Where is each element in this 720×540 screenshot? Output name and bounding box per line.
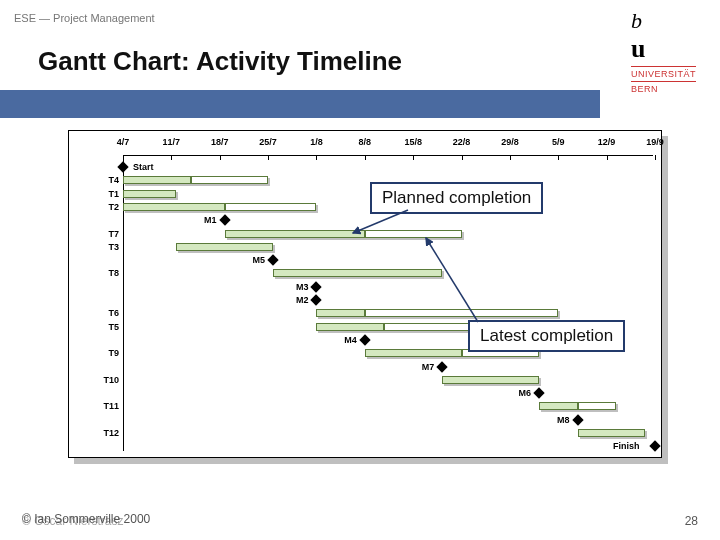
tick-label: 1/8 [310, 137, 323, 147]
task-label: T1 [73, 189, 119, 199]
tick-label: 8/8 [359, 137, 372, 147]
tick-label: 15/8 [404, 137, 422, 147]
bar-plan [316, 323, 384, 331]
finish-label: Finish [613, 441, 640, 451]
bar-plan [316, 309, 364, 317]
bar-plan [365, 349, 462, 357]
bar-slack [365, 309, 558, 317]
milestone-diamond-icon [311, 294, 322, 305]
tick-mark [171, 155, 172, 160]
finish-diamond-icon [649, 441, 660, 452]
milestone-label: M2 [280, 295, 308, 305]
gantt-chart: 4/711/718/725/71/88/815/822/829/85/912/9… [68, 130, 662, 458]
bar-plan [578, 429, 646, 437]
milestone-diamond-icon [359, 334, 370, 345]
task-label: T8 [73, 268, 119, 278]
tick-mark [316, 155, 317, 160]
tick-mark [123, 155, 124, 160]
tick-label: 12/9 [598, 137, 616, 147]
callout-planned: Planned completion [370, 182, 543, 214]
bar-slack [191, 176, 268, 184]
tick-mark [220, 155, 221, 160]
bar-plan [123, 190, 176, 198]
bar-slack [365, 230, 462, 238]
task-label: T7 [73, 229, 119, 239]
tick-label: 19/9 [646, 137, 664, 147]
task-label: T4 [73, 175, 119, 185]
task-label: T9 [73, 348, 119, 358]
chart-surface: 4/711/718/725/71/88/815/822/829/85/912/9… [68, 130, 662, 458]
milestone-label: M7 [406, 362, 434, 372]
tick-label: 5/9 [552, 137, 565, 147]
footer-credit: © Ian Sommerville 2000 © Oscar Nierstras… [22, 512, 150, 528]
tick-label: 4/7 [117, 137, 130, 147]
bar-plan [225, 230, 365, 238]
milestone-diamond-icon [572, 414, 583, 425]
accent-band [0, 90, 600, 118]
milestone-diamond-icon [267, 254, 278, 265]
tick-mark [607, 155, 608, 160]
bar-plan [273, 269, 442, 277]
task-label: T10 [73, 375, 119, 385]
bar-plan [123, 176, 191, 184]
axis-y [123, 155, 124, 451]
task-label: T3 [73, 242, 119, 252]
tick-mark [268, 155, 269, 160]
tick-label: 22/8 [453, 137, 471, 147]
bar-plan [442, 376, 539, 384]
tick-mark [413, 155, 414, 160]
milestone-diamond-icon [311, 281, 322, 292]
tick-label: 11/7 [163, 137, 181, 147]
tick-label: 25/7 [259, 137, 277, 147]
milestone-diamond-icon [533, 387, 544, 398]
tick-mark [558, 155, 559, 160]
callout-latest: Latest completion [468, 320, 625, 352]
start-label: Start [133, 162, 154, 172]
axis-x [123, 155, 653, 156]
task-label: T11 [73, 401, 119, 411]
bar-slack [225, 203, 317, 211]
task-label: T12 [73, 428, 119, 438]
task-label: T2 [73, 202, 119, 212]
bar-plan [539, 402, 578, 410]
page-title: Gantt Chart: Activity Timeline [38, 46, 402, 77]
university-logo: b u UNIVERSITÄT BERN [631, 8, 696, 94]
tick-label: 29/8 [501, 137, 519, 147]
milestone-label: M5 [237, 255, 265, 265]
milestone-label: M6 [503, 388, 531, 398]
bar-plan [123, 203, 225, 211]
milestone-label: M8 [542, 415, 570, 425]
task-label: T6 [73, 308, 119, 318]
page-number: 28 [685, 514, 698, 528]
breadcrumb: ESE — Project Management [14, 12, 155, 24]
tick-mark [510, 155, 511, 160]
milestone-label: M1 [189, 215, 217, 225]
milestone-label: M3 [280, 282, 308, 292]
milestone-label: M4 [329, 335, 357, 345]
bar-plan [176, 243, 273, 251]
chart-stage: 4/711/718/725/71/88/815/822/829/85/912/9… [68, 130, 668, 490]
bar-slack [578, 402, 617, 410]
milestone-diamond-icon [219, 215, 230, 226]
milestone-diamond-icon [437, 361, 448, 372]
tick-mark [655, 155, 656, 160]
tick-label: 18/7 [211, 137, 229, 147]
tick-mark [462, 155, 463, 160]
header: ESE — Project Management Gantt Chart: Ac… [0, 0, 720, 120]
start-diamond-icon [117, 161, 128, 172]
tick-mark [365, 155, 366, 160]
task-label: T5 [73, 322, 119, 332]
